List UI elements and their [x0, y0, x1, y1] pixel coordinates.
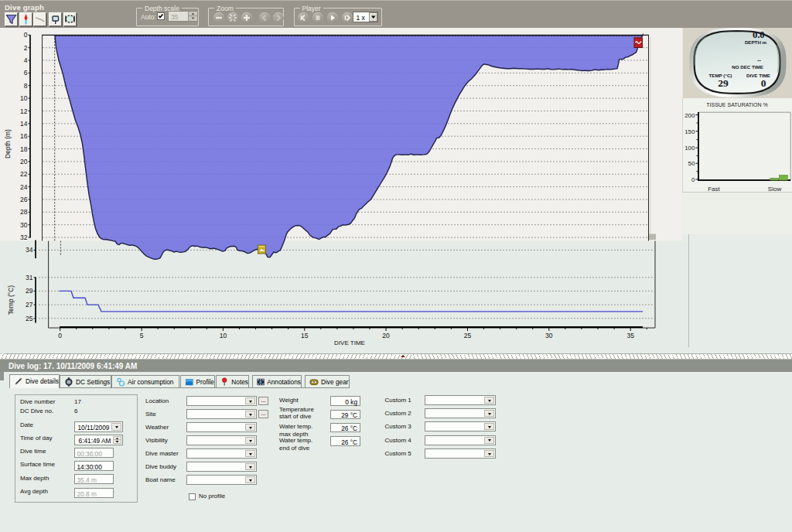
svg-text:8: 8: [24, 82, 28, 90]
svg-text:34: 34: [26, 246, 33, 254]
svg-text:30: 30: [545, 332, 553, 339]
svg-text:29: 29: [718, 77, 729, 89]
svg-text:6: 6: [24, 69, 28, 77]
svg-text:10: 10: [20, 94, 28, 102]
svg-text:10: 10: [220, 332, 227, 339]
svg-text:0: 0: [58, 332, 62, 339]
svg-text:DEPTH m: DEPTH m: [745, 39, 767, 45]
svg-text:0: 0: [24, 31, 28, 39]
svg-text:--: --: [757, 57, 761, 63]
svg-text:31: 31: [26, 274, 33, 281]
svg-text:18: 18: [20, 145, 28, 153]
svg-text:100: 100: [684, 145, 695, 152]
svg-text:15: 15: [301, 332, 309, 339]
svg-text:Temp (°C): Temp (°C): [7, 285, 15, 315]
svg-text:12: 12: [20, 107, 28, 115]
svg-text:14: 14: [20, 120, 28, 128]
svg-text:0: 0: [691, 176, 695, 183]
svg-text:27: 27: [26, 301, 33, 309]
svg-text:DIVE TIME: DIVE TIME: [334, 339, 365, 346]
svg-text:0.0: 0.0: [753, 29, 765, 40]
svg-text:Fast: Fast: [708, 186, 720, 193]
svg-text:30: 30: [20, 221, 28, 229]
svg-text:5: 5: [140, 332, 144, 339]
svg-text:Slow: Slow: [768, 186, 782, 193]
svg-text:25: 25: [26, 315, 33, 322]
svg-text:DIVE TIME: DIVE TIME: [746, 73, 770, 78]
svg-text:NO DEC TIME: NO DEC TIME: [732, 64, 763, 70]
svg-text:35: 35: [626, 332, 634, 339]
svg-text:32: 32: [20, 234, 28, 241]
svg-text:20: 20: [382, 332, 390, 339]
svg-text:2: 2: [24, 44, 28, 52]
svg-text:TISSUE SATURATION %: TISSUE SATURATION %: [706, 102, 767, 107]
svg-text:4: 4: [24, 56, 28, 64]
svg-text:16: 16: [20, 132, 28, 140]
svg-text:24: 24: [20, 183, 28, 191]
svg-text:22: 22: [20, 170, 28, 178]
svg-text:26: 26: [20, 196, 28, 203]
svg-text:20: 20: [20, 158, 28, 165]
svg-text:150: 150: [684, 128, 695, 135]
svg-text:25: 25: [464, 332, 472, 339]
svg-text:29: 29: [26, 287, 33, 295]
svg-text:28: 28: [20, 208, 28, 216]
svg-text:0: 0: [761, 77, 766, 89]
svg-text:200: 200: [684, 112, 695, 119]
svg-text:50: 50: [688, 160, 695, 167]
svg-text:Depth (m): Depth (m): [4, 129, 12, 159]
